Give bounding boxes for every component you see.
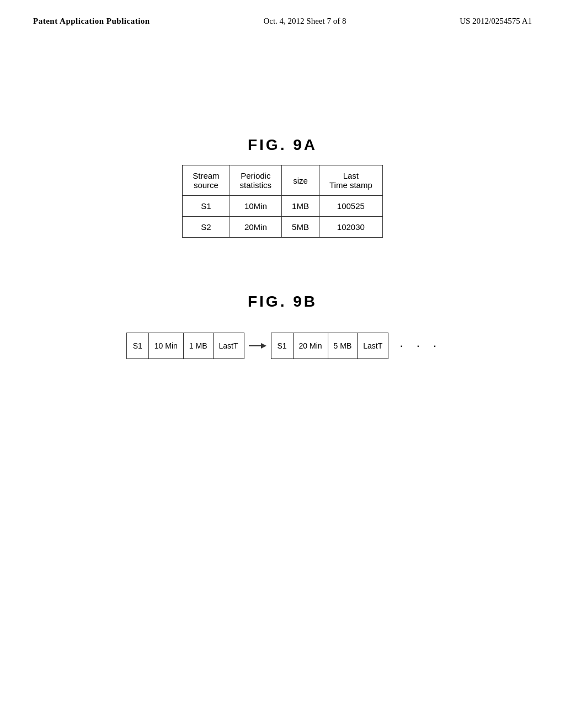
cell-s1-size: 1MB xyxy=(282,196,319,217)
cell-s2-timestamp: 102030 xyxy=(319,217,382,238)
col-stream-source: Streamsource xyxy=(183,165,230,196)
table-row: S1 10Min 1MB 100525 xyxy=(183,196,383,217)
publication-number: US 2012/0254575 A1 xyxy=(460,17,532,26)
cell-s1-timestamp: 100525 xyxy=(319,196,382,217)
main-content: FIG. 9A Streamsource Periodicstatistics … xyxy=(0,26,565,359)
block2-cell-source: S1 xyxy=(271,333,294,358)
col-size: size xyxy=(282,165,319,196)
figure-9a-title: FIG. 9A xyxy=(248,136,317,154)
figure-9b: FIG. 9B S1 10 Min 1 MB LastT S1 20 Min xyxy=(126,293,439,359)
sequence-arrow xyxy=(249,340,266,351)
block2-cell-lastt: LastT xyxy=(358,333,388,358)
cell-s2-source: S2 xyxy=(183,217,230,238)
col-periodic-stats: Periodicstatistics xyxy=(230,165,282,196)
block1-cell-mb: 1 MB xyxy=(184,333,214,358)
svg-marker-1 xyxy=(261,343,266,349)
table-row: S2 20Min 5MB 102030 xyxy=(183,217,383,238)
stream-block-2: S1 20 Min 5 MB LastT xyxy=(271,333,389,359)
continuation-dots: · · · xyxy=(394,339,439,353)
page-header: Patent Application Publication Oct. 4, 2… xyxy=(0,0,565,26)
cell-s2-periodic: 20Min xyxy=(230,217,282,238)
col-last-timestamp: LastTime stamp xyxy=(319,165,382,196)
cell-s2-size: 5MB xyxy=(282,217,319,238)
figure-9b-title: FIG. 9B xyxy=(248,293,317,311)
cell-s1-periodic: 10Min xyxy=(230,196,282,217)
fig9a-table: Streamsource Periodicstatistics size Las… xyxy=(182,165,383,238)
block1-cell-source: S1 xyxy=(127,333,149,358)
block1-cell-lastt: LastT xyxy=(214,333,244,358)
figure-9a: FIG. 9A Streamsource Periodicstatistics … xyxy=(182,136,383,238)
publication-date-sheet: Oct. 4, 2012 Sheet 7 of 8 xyxy=(263,17,346,26)
block2-cell-mb: 5 MB xyxy=(328,333,358,358)
block2-cell-min: 20 Min xyxy=(294,333,328,358)
block1-cell-min: 10 Min xyxy=(149,333,184,358)
stream-block-1: S1 10 Min 1 MB LastT xyxy=(126,333,244,359)
publication-label: Patent Application Publication xyxy=(33,17,150,26)
stream-sequence: S1 10 Min 1 MB LastT S1 20 Min 5 MB Last… xyxy=(126,333,439,359)
cell-s1-source: S1 xyxy=(183,196,230,217)
